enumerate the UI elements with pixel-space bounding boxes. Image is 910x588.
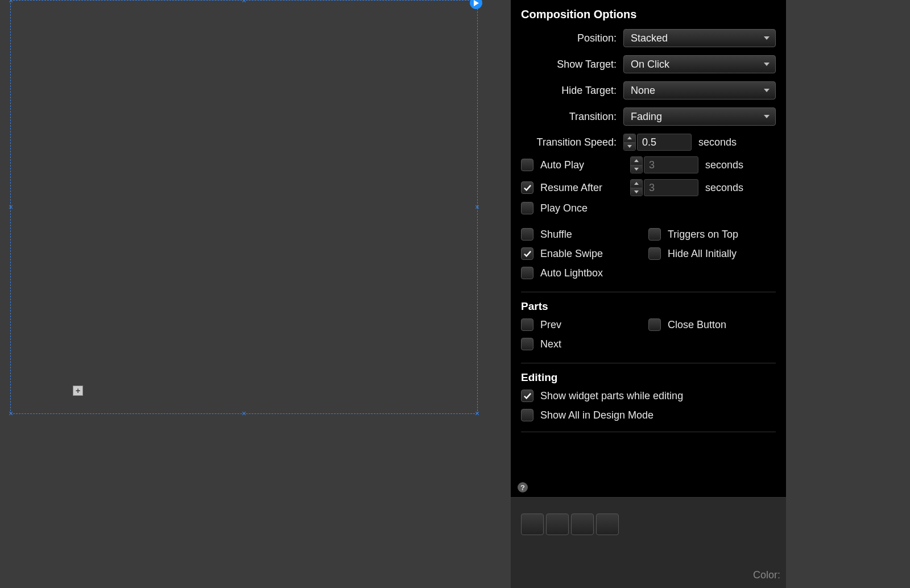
shuffle-label: Shuffle [540,229,572,241]
close-button-label: Close Button [668,319,726,331]
triggers-on-top-label: Triggers on Top [668,229,738,241]
svg-marker-5 [634,182,639,185]
hide-target-label: Hide Target: [521,85,623,97]
position-label: Position: [521,32,623,44]
resize-handle-bl[interactable]: × [7,410,14,417]
chevron-down-icon [764,36,770,40]
hide-all-initially-checkbox[interactable] [648,247,661,260]
hide-target-dropdown[interactable]: None [623,81,776,100]
auto-lightbox-label: Auto Lightbox [540,267,603,279]
svg-marker-0 [474,0,479,6]
auto-lightbox-checkbox[interactable] [521,267,533,279]
resize-handle-bm[interactable]: × [241,410,247,417]
canvas-area[interactable]: × × × × × × × × + [0,0,499,588]
show-all-design-checkbox[interactable] [521,409,533,421]
next-label: Next [540,338,561,350]
chevron-down-icon [764,115,770,118]
panel-gutter [499,0,511,588]
close-button-checkbox[interactable] [648,318,661,331]
svg-marker-3 [634,159,639,162]
hide-all-initially-label: Hide All Initially [668,248,737,260]
seconds-unit: seconds [698,136,737,148]
resize-handle-br[interactable]: × [474,410,481,417]
selection-outline[interactable]: × × × × × × × × [10,0,478,414]
svg-marker-4 [634,168,639,171]
divider [521,432,776,432]
options-flyout-trigger-icon[interactable] [470,0,482,9]
show-all-design-label: Show All in Design Mode [540,409,653,421]
panel-title: Composition Options [521,8,776,21]
svg-marker-1 [627,136,632,139]
add-item-button[interactable]: + [73,386,83,396]
parts-heading: Parts [521,300,776,313]
composition-options-panel: Composition Options Position: Stacked Sh… [511,0,786,498]
auto-play-stepper[interactable] [630,156,643,173]
transition-dropdown[interactable]: Fading [623,107,776,126]
show-parts-editing-label: Show widget parts while editing [540,390,683,402]
play-once-checkbox[interactable] [521,202,533,214]
resume-after-checkbox[interactable] [521,181,533,194]
shuffle-checkbox[interactable] [521,228,533,241]
help-icon[interactable]: ? [518,482,528,492]
svg-marker-2 [627,145,632,148]
resize-handle-mr[interactable]: × [474,204,481,210]
seconds-unit: seconds [705,159,743,171]
triggers-on-top-checkbox[interactable] [648,228,661,241]
footer-tab[interactable] [571,514,594,535]
chevron-down-icon [764,89,770,92]
transition-value: Fading [631,111,662,123]
show-target-dropdown[interactable]: On Click [623,55,776,73]
position-dropdown[interactable]: Stacked [623,29,776,47]
position-value: Stacked [631,32,668,44]
editing-heading: Editing [521,371,776,384]
show-parts-editing-checkbox[interactable] [521,390,533,402]
enable-swipe-label: Enable Swipe [540,248,603,260]
show-target-value: On Click [631,59,669,71]
enable-swipe-checkbox[interactable] [521,247,533,260]
footer-tab[interactable] [596,514,619,535]
transition-speed-label: Transition Speed: [521,136,623,148]
hide-target-value: None [631,85,655,97]
prev-label: Prev [540,319,561,331]
divider [521,292,776,292]
footer-tab[interactable] [521,514,544,535]
resize-handle-ml[interactable]: × [7,204,14,210]
footer-tab[interactable] [546,514,569,535]
transition-speed-stepper[interactable] [623,134,636,151]
svg-marker-6 [634,191,639,193]
seconds-unit: seconds [705,182,743,194]
chevron-down-icon [764,63,770,66]
prev-checkbox[interactable] [521,318,533,331]
show-target-label: Show Target: [521,59,623,71]
resize-handle-tl[interactable]: × [7,0,14,4]
footer-toolbar: Color: [511,498,786,588]
resume-after-label: Resume After [540,182,602,194]
color-label: Color: [753,569,780,581]
transition-label: Transition: [521,111,623,123]
transition-speed-field[interactable]: 0.5 [637,134,692,151]
auto-play-label: Auto Play [540,159,584,171]
divider [521,363,776,363]
next-checkbox[interactable] [521,338,533,350]
resume-after-field[interactable]: 3 [644,179,698,196]
auto-play-checkbox[interactable] [521,159,533,171]
play-once-label: Play Once [540,202,588,214]
auto-play-field[interactable]: 3 [644,156,698,173]
resize-handle-tm[interactable]: × [241,0,247,4]
resume-after-stepper[interactable] [630,179,643,196]
